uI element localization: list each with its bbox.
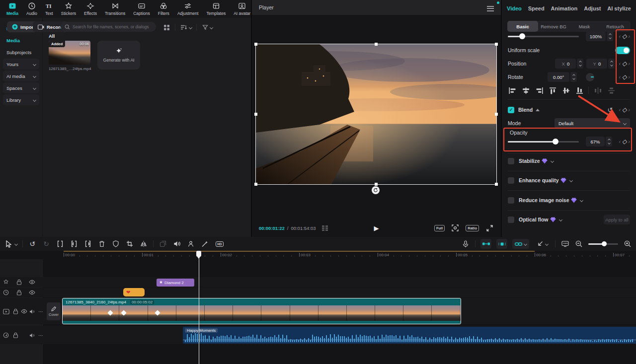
zoom-in-icon[interactable] (623, 239, 632, 248)
player-menu-icon[interactable] (487, 4, 494, 12)
align-bottom-icon[interactable] (575, 86, 584, 95)
selection-handle[interactable] (375, 183, 378, 186)
sidebar-item-ai-media[interactable]: AI media (3, 71, 39, 81)
position-y-stepper[interactable] (608, 59, 615, 69)
emoji-clip[interactable]: ❤ (123, 288, 145, 296)
tab-ai-stylize[interactable]: AI stylize (607, 5, 631, 11)
main-track-magnet-icon[interactable] (480, 239, 491, 249)
distribute-vertical-icon[interactable] (607, 86, 616, 95)
position-keyframe-controls[interactable]: ‹◇› (619, 61, 630, 67)
selection-handle[interactable] (254, 113, 257, 116)
scale-value[interactable]: 100% (586, 31, 606, 41)
undo-icon[interactable]: ↺ (28, 239, 37, 248)
nav-audio[interactable]: Audio (23, 2, 41, 16)
reduce-noise-checkbox[interactable] (508, 197, 514, 204)
eye-icon[interactable] (28, 289, 36, 296)
expand-chevron-icon[interactable] (551, 159, 554, 162)
ratio-button[interactable]: Ratio (466, 225, 479, 231)
select-tool-icon[interactable] (4, 239, 13, 248)
position-y-field[interactable]: Y0 (586, 59, 607, 69)
expand-chevron-icon[interactable] (580, 198, 583, 202)
subtab-basic[interactable]: Basic (507, 21, 538, 32)
align-top-icon[interactable] (548, 86, 557, 95)
lock-icon[interactable] (11, 307, 19, 315)
align-right-icon[interactable] (535, 86, 544, 95)
sidebar-item-subprojects[interactable]: Subprojects (3, 47, 39, 58)
preview-axis-icon[interactable] (534, 239, 550, 248)
auto-ripple-icon[interactable] (496, 239, 507, 249)
cover-button[interactable]: Cover (47, 302, 61, 320)
media-item-thumbnail[interactable]: Added 00:06 (49, 41, 90, 65)
eye-icon[interactable] (28, 278, 36, 286)
more-icon[interactable]: ⋯ (37, 331, 45, 339)
opacity-value[interactable]: 67% (586, 137, 605, 146)
overlay-icon[interactable] (159, 239, 167, 248)
stabilize-checkbox[interactable] (508, 158, 514, 164)
timeline-zoom-slider[interactable] (588, 241, 618, 247)
portrait-icon[interactable] (186, 239, 195, 248)
nav-effects[interactable]: Effects (80, 2, 100, 16)
tab-adjust[interactable]: Adjust (584, 5, 601, 11)
distribute-horizontal-icon[interactable] (593, 86, 602, 95)
grid-view-icon[interactable] (162, 23, 171, 32)
redo-icon[interactable]: ↻ (42, 239, 51, 248)
play-button[interactable]: ▶ (374, 224, 379, 232)
sticker-track-icon[interactable] (2, 278, 10, 286)
nav-text[interactable]: TI Text (42, 2, 57, 16)
selection-handle[interactable] (495, 183, 498, 186)
scale-slider[interactable] (508, 33, 579, 39)
apply-to-all-button[interactable]: Apply to all (604, 215, 630, 224)
timeline-ruler[interactable]: 00:0000:0100:0200:0300:0400:0500:0600:07 (0, 251, 636, 259)
nav-captions[interactable]: Captions (130, 2, 154, 16)
frame-view-icon[interactable] (321, 223, 330, 232)
opacity-keyframe-controls[interactable]: ‹◇› (619, 139, 630, 145)
blend-mode-dropdown[interactable]: Default (555, 118, 630, 128)
subtab-retouch[interactable]: Retouch (600, 21, 631, 32)
selection-handle[interactable] (254, 183, 257, 186)
sidebar-item-library[interactable]: Library (3, 94, 39, 105)
ai-effects-wand-icon[interactable] (200, 239, 209, 248)
split-icon[interactable] (56, 239, 65, 248)
enhance-quality-checkbox[interactable] (508, 177, 514, 184)
align-middle-vertical-icon[interactable] (561, 86, 570, 95)
lock-icon[interactable] (15, 278, 23, 286)
blend-checkbox[interactable]: ✓ (508, 107, 514, 113)
filter-icon[interactable] (201, 23, 214, 32)
screen-mirror-icon[interactable] (560, 239, 569, 248)
lock-icon[interactable] (11, 331, 19, 339)
expand-chevron-icon[interactable] (569, 178, 572, 182)
selection-handle[interactable] (254, 43, 257, 46)
rotate-keyframe-controls[interactable]: ‹◇› (619, 74, 630, 80)
nav-media[interactable]: Media (3, 2, 22, 16)
mute-icon[interactable] (28, 307, 36, 315)
tab-animation[interactable]: Animation (551, 5, 578, 11)
position-x-stepper[interactable] (577, 59, 583, 69)
clock-track-icon[interactable] (2, 289, 10, 296)
scale-keyframe-controls[interactable]: ‹◇› (619, 33, 630, 39)
mask-icon[interactable] (111, 239, 120, 248)
delete-icon[interactable] (97, 239, 106, 248)
tab-speed[interactable]: Speed (528, 5, 545, 11)
blend-keyframe-controls[interactable]: ‹◇› (619, 107, 630, 113)
scale-stepper[interactable] (607, 31, 613, 41)
nav-filters[interactable]: Filters (155, 2, 173, 16)
more-icon[interactable]: ⋯ (37, 307, 45, 315)
eye-icon[interactable] (20, 307, 28, 315)
zoom-out-icon[interactable] (574, 239, 583, 248)
video-track-icon[interactable] (2, 307, 10, 315)
rotate-value[interactable]: 0.00° (548, 72, 569, 82)
audio-clip[interactable]: Happy Moments (183, 327, 636, 344)
full-button[interactable]: Full (434, 225, 445, 231)
sidebar-item-yours[interactable]: Yours (3, 59, 39, 70)
nav-ai-avatar[interactable]: AI avatar (230, 2, 254, 16)
sidebar-item-spaces[interactable]: Spaces (3, 82, 39, 93)
rotate-handle-icon[interactable] (372, 186, 380, 194)
sort-icon[interactable] (179, 23, 192, 32)
align-center-horizontal-icon[interactable] (521, 86, 530, 95)
mute-icon[interactable] (28, 331, 36, 339)
nav-transitions[interactable]: Transitions (101, 2, 129, 16)
tab-video[interactable]: Video (507, 5, 522, 11)
video-clip[interactable]: 12671385_3840_2160_24fps.mp4 00:00:05:02 (63, 298, 461, 324)
snapshot-icon[interactable] (451, 223, 460, 232)
expand-chevron-icon[interactable] (558, 218, 562, 221)
